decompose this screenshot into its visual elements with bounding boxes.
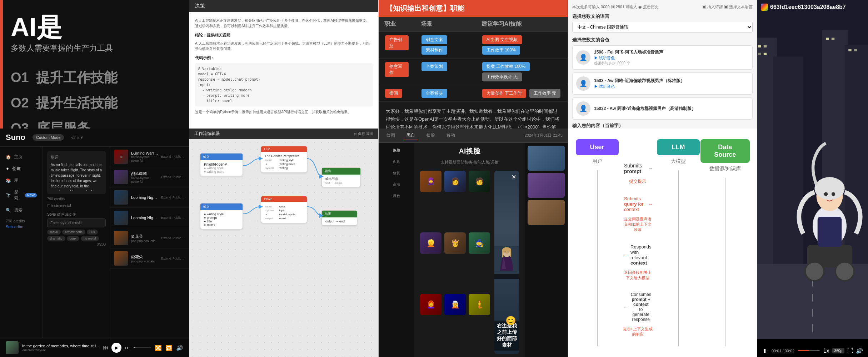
- voice-card-1[interactable]: 👤 1508 - Fei 阿飞-阿飞入场标准音质声 ▶ 试听音色 感谢参与多少:…: [572, 45, 753, 70]
- track-info-2: 烈风疆域 battle-hymns powerful: [131, 171, 158, 183]
- fs-avatar-6[interactable]: 🧙: [469, 232, 490, 254]
- tag-atmospheric[interactable]: atmospheric: [62, 230, 85, 235]
- track-actions-5[interactable]: ExtendPublic...: [161, 236, 185, 240]
- track-item-1[interactable]: ⚔️ Burning Warrior ● battle-hymns powerf…: [110, 147, 189, 167]
- fs-avatar-7[interactable]: 👩‍🦰: [420, 294, 442, 315]
- track-item-4[interactable]: Looming Nightmares ExtendPublic...: [110, 208, 189, 228]
- fs-avatar-4[interactable]: 👱: [420, 232, 442, 254]
- wf-node-chain[interactable]: Chain inputwrite systeminput ●model inpu…: [261, 196, 307, 223]
- suno-logo: Suno: [6, 133, 25, 142]
- ai-item-1: O1 提升工作技能: [11, 68, 178, 87]
- tag-metal[interactable]: metal: [47, 230, 61, 235]
- svg-point-29: [824, 192, 828, 196]
- fs-nav-swap[interactable]: 换脸: [381, 146, 411, 155]
- track-actions-6[interactable]: ExtendPublic...: [161, 257, 185, 260]
- wf-node-input-2-content: ● writing style ● prompt ● title ● BABY: [204, 212, 239, 227]
- video-progress-bar[interactable]: [798, 350, 820, 351]
- suno-nav-explore[interactable]: 🔭 探索 NEW: [0, 186, 43, 204]
- volume-icon[interactable]: 🔊: [176, 345, 183, 351]
- track-sub-2: battle-hymns powerful: [131, 176, 158, 183]
- fs-nav-mask[interactable]: 面具: [381, 157, 411, 166]
- wf-node-result[interactable]: 结果 output → end: [321, 210, 357, 226]
- suno-version[interactable]: v3.5 ▼: [71, 135, 84, 140]
- fs-right-thumb-2[interactable]: [528, 173, 565, 198]
- voice-preview-1[interactable]: ▶ 试听音色: [594, 55, 663, 61]
- fs-tab-draw[interactable]: 绘图: [384, 131, 398, 140]
- suno-nav-search[interactable]: 🔍 搜索: [0, 204, 43, 216]
- suno-mode-badge[interactable]: Custom Mode: [33, 134, 64, 141]
- fs-avatar-8[interactable]: 🧝: [444, 294, 466, 315]
- suno-lyrics-text[interactable]: As no find nets falls out, and the music…: [51, 162, 102, 191]
- faceswap-avatar-grid: 🧕 👩 🧑 👱 👸 🧙: [420, 171, 492, 354]
- track-actions-1[interactable]: ExtendPublic...: [161, 155, 185, 159]
- track-actions-3[interactable]: ExtendPublic...: [161, 196, 185, 199]
- llm-llm-column: LLM 大模型: [657, 139, 700, 346]
- play-button[interactable]: ▶: [111, 343, 121, 353]
- fs-right-thumb-3[interactable]: [528, 200, 565, 225]
- voice-card-2[interactable]: 👤 1503 - Aw 阿唯-近海偏放郡视频男声（标准版） ▶ 试听音色: [572, 72, 753, 95]
- prev-button[interactable]: ⏮: [103, 345, 109, 351]
- fs-nav-color[interactable]: 调色: [381, 191, 411, 201]
- fs-nav-hd[interactable]: 高清: [381, 180, 411, 189]
- svg-point-30: [832, 192, 835, 196]
- llm-flow-1: Submits prompt →: [623, 163, 653, 174]
- fs-nav-restore[interactable]: 修复: [381, 169, 411, 178]
- workflow-header: 工作流编辑器 ⊕ 保存 导出: [189, 129, 378, 139]
- explore-icon: 🔭: [6, 193, 11, 198]
- next-button[interactable]: ⏭: [124, 345, 130, 351]
- fs-tab-swap[interactable]: 换脸: [424, 131, 438, 140]
- fs-tab-move[interactable]: 移动: [444, 131, 458, 140]
- svg-point-33: [835, 262, 854, 281]
- faceswap-close-btn[interactable]: ✕: [512, 174, 516, 180]
- search-icon: 🔍: [6, 208, 11, 213]
- wf-node-input[interactable]: 输入 Knight/Rider-P ● writing style ● writ…: [200, 153, 243, 176]
- tag-nu-metal[interactable]: nu metal: [81, 236, 99, 241]
- video-play-pause-btn[interactable]: ⏸: [762, 348, 768, 354]
- track-name-4: Looming Nightmares: [131, 216, 158, 220]
- suno-footer: In the garden of memories, where time st…: [0, 338, 189, 357]
- tts-language-select[interactable]: 中文 - Chinese 国际普通话: [572, 22, 753, 32]
- video-volume-btn[interactable]: 🔊: [856, 347, 863, 354]
- fs-avatar-5[interactable]: 👸: [444, 232, 466, 254]
- fs-avatar-9[interactable]: 🧜: [469, 294, 490, 315]
- video-quality[interactable]: 360p: [832, 348, 844, 353]
- track-item-3[interactable]: Looming Nightmares ExtendPublic...: [110, 187, 189, 208]
- video-speed-btn[interactable]: 1x: [823, 348, 829, 354]
- doc-code: # Variables model = GPT-4 response = mod…: [195, 63, 373, 106]
- suno-progress-bar[interactable]: [134, 347, 151, 348]
- shuffle-icon[interactable]: 🔀: [155, 345, 162, 351]
- llm-user-label: 用户: [592, 158, 602, 165]
- tag-punk[interactable]: punk: [67, 236, 80, 241]
- table-row: 全案解决: [415, 85, 476, 102]
- repeat-icon[interactable]: 🔁: [165, 345, 173, 351]
- suno-footer-track-info: In the garden of memories, where time st…: [22, 344, 99, 352]
- voice-card-3[interactable]: 👤 15032 - Aw 阿唯-近海偏放郡视频男声（高清精制版）: [572, 97, 753, 120]
- track-item-2[interactable]: 烈风疆域 battle-hymns powerful ExtendPublic.…: [110, 167, 189, 187]
- tag-00s[interactable]: 00s: [87, 230, 98, 235]
- track-item-5[interactable]: 焱花朵 pop pop acoustic ExtendPublic...: [110, 228, 189, 248]
- panel-llm: User 用户 Submits prompt → 提交提示 Submits qu…: [568, 129, 757, 357]
- track-actions-2[interactable]: ExtendPublic...: [161, 175, 185, 179]
- fs-avatar-2[interactable]: 👩: [444, 171, 466, 192]
- fs-right-thumb-1[interactable]: [528, 146, 565, 171]
- fs-tab-bw[interactable]: 黑白: [404, 131, 418, 140]
- fs-avatar-3[interactable]: 🧑: [469, 171, 490, 192]
- workflow-canvas[interactable]: 输入 Knight/Rider-P ● writing style ● writ…: [189, 139, 378, 357]
- tag-dramatic[interactable]: dramatic: [47, 236, 65, 241]
- faceswap-main-image: 右边是我之前上传好的面部素材 ✕ 😊: [494, 171, 519, 354]
- instrumental-checkbox[interactable]: ☐: [47, 204, 50, 208]
- fs-avatar-1[interactable]: 🧕: [420, 171, 442, 192]
- suno-nav-library[interactable]: 📚 库: [0, 175, 43, 186]
- track-item-6[interactable]: 焱花朵 pop pop acoustic ExtendPublic...: [110, 248, 189, 269]
- suno-instrumental[interactable]: ☐ Instrumental: [47, 204, 106, 208]
- track-actions-4[interactable]: ExtendPublic...: [161, 216, 185, 220]
- wf-node-input-2[interactable]: 输入 ● writing style ● prompt ● title ● BA…: [200, 203, 243, 229]
- wf-node-llm[interactable]: LLM The Gender Perspective inputwriting …: [261, 146, 307, 173]
- suno-nav-home[interactable]: 🏠 主页: [0, 151, 43, 163]
- suno-subscribe[interactable]: Subscribe: [6, 225, 37, 229]
- voice-preview-2[interactable]: ▶ 试听音色: [594, 84, 685, 89]
- suno-nav-create[interactable]: ✦ 创建: [0, 163, 43, 175]
- wf-node-output[interactable]: 输出 输出节点 text → output: [321, 167, 361, 187]
- suno-style-input[interactable]: [47, 218, 106, 227]
- video-fullscreen-btn[interactable]: ⛶: [847, 348, 853, 354]
